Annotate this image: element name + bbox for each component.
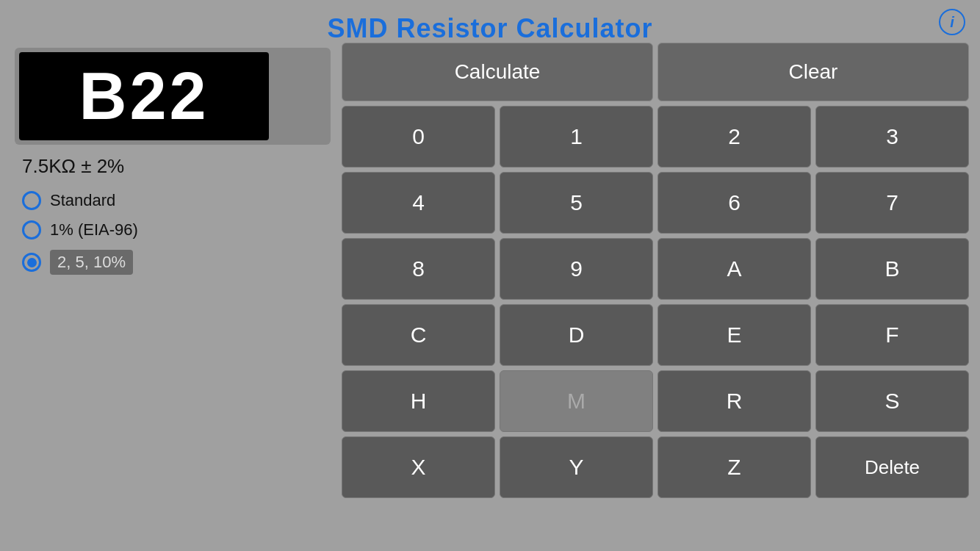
resistor-code: B22 (19, 52, 269, 140)
radio-standard[interactable]: Standard (22, 191, 331, 210)
key-c[interactable]: C (342, 304, 495, 366)
key-h[interactable]: H (342, 370, 495, 432)
key-9[interactable]: 9 (500, 238, 653, 300)
key-b[interactable]: B (815, 238, 969, 300)
calc-panel: Calculate Clear 0123456789ABCDEFHMRSXYZD… (342, 43, 969, 498)
key-a[interactable]: A (657, 238, 811, 300)
key-r[interactable]: R (657, 370, 811, 432)
key-6[interactable]: 6 (657, 172, 811, 234)
left-panel: B22 7.5KΩ ± 2% Standard 1% (EIA-96) 2, 5… (15, 48, 331, 275)
radio-2510[interactable]: 2, 5, 10% (22, 250, 331, 275)
radio-label-2510: 2, 5, 10% (50, 250, 133, 275)
key-7[interactable]: 7 (815, 172, 969, 234)
key-4[interactable]: 4 (342, 172, 495, 234)
radio-group: Standard 1% (EIA-96) 2, 5, 10% (22, 191, 331, 275)
radio-label-standard: Standard (50, 191, 115, 210)
key-f[interactable]: F (815, 304, 969, 366)
key-2[interactable]: 2 (657, 106, 811, 168)
radio-circle-eia96 (22, 220, 41, 240)
key-x[interactable]: X (342, 436, 495, 498)
key-m: M (500, 370, 653, 432)
key-delete[interactable]: Delete (815, 436, 969, 498)
key-8[interactable]: 8 (342, 238, 495, 300)
calculate-button[interactable]: Calculate (342, 43, 653, 101)
key-3[interactable]: 3 (815, 106, 969, 168)
resistor-display: B22 (15, 48, 331, 145)
key-0[interactable]: 0 (342, 106, 495, 168)
key-d[interactable]: D (500, 304, 653, 366)
keypad: 0123456789ABCDEFHMRSXYZDelete (342, 106, 969, 498)
radio-label-eia96: 1% (EIA-96) (50, 220, 138, 240)
radio-eia96[interactable]: 1% (EIA-96) (22, 220, 331, 240)
radio-circle-2510 (22, 253, 41, 272)
resistance-value: 7.5KΩ ± 2% (22, 155, 331, 178)
clear-button[interactable]: Clear (657, 43, 969, 101)
key-5[interactable]: 5 (500, 172, 653, 234)
key-e[interactable]: E (657, 304, 811, 366)
key-y[interactable]: Y (500, 436, 653, 498)
key-s[interactable]: S (815, 370, 969, 432)
info-icon[interactable]: i (939, 9, 965, 35)
radio-circle-standard (22, 191, 41, 210)
key-z[interactable]: Z (657, 436, 811, 498)
top-row: Calculate Clear (342, 43, 969, 101)
key-1[interactable]: 1 (500, 106, 653, 168)
